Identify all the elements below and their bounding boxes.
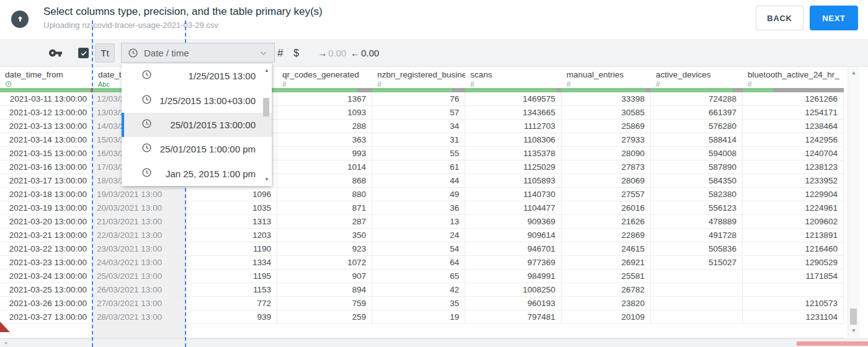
table-cell: 1213891 (743, 229, 844, 242)
table-cell: 19/03/2021 13:00 (93, 188, 186, 201)
table-cell: 1238123 (743, 160, 844, 174)
scroll-down-icon[interactable]: ▼ (848, 328, 859, 333)
quality-bar-segment (773, 88, 844, 92)
table-cell: 19 (372, 310, 465, 324)
table-cell: 2021-03-21 13:00:00 (0, 229, 93, 242)
table-cell: 1035 (186, 201, 277, 215)
dropdown-scroll-up-icon[interactable]: ▲ (264, 68, 269, 73)
table-cell: 1190 (186, 242, 277, 256)
table-cell: 2021-03-19 13:00:00 (0, 201, 93, 215)
dropdown-scrollbar-thumb[interactable] (263, 98, 269, 116)
table-cell: 1108306 (465, 133, 562, 147)
table-cell: 28090 (562, 147, 651, 160)
table-cell: 1135378 (465, 147, 562, 160)
table-cell: 20/03/2021 13:00 (93, 201, 186, 215)
table-cell: 23820 (562, 297, 651, 310)
table-cell: 1313 (186, 215, 277, 229)
column-date_time_from: date_time_from2021-03-11 13:00:002021-03… (0, 67, 93, 338)
column-header[interactable]: date_time_from (0, 67, 93, 88)
increase-decimal-button[interactable]: → 0.00 (318, 39, 346, 67)
primary-key-icon[interactable] (48, 46, 63, 63)
table-cell: 1112703 (465, 120, 562, 133)
horizontal-scrollbar[interactable]: ◄ ► (0, 338, 868, 347)
table-cell: 1096 (186, 188, 277, 201)
column-include-checkbox[interactable] (78, 48, 89, 58)
column-name: active_devices (656, 70, 743, 79)
table-cell: 2021-03-26 13:00:00 (0, 297, 93, 310)
table-cell: 26016 (562, 201, 651, 215)
type-dropdown[interactable]: Date / time (121, 43, 275, 63)
table-cell: 1014 (277, 160, 372, 174)
column-header[interactable]: scans# (465, 67, 562, 88)
table-cell: 1290529 (743, 256, 844, 270)
vertical-scrollbar[interactable]: ▲ ▼ (848, 67, 859, 338)
table-cell: 1093 (277, 106, 372, 120)
table-cell: 556123 (651, 201, 743, 215)
column-name: date_time_from (5, 70, 93, 79)
table-cell: 42 (372, 283, 465, 297)
column-scans: scans#1469575134366511127031108306113537… (465, 67, 562, 338)
currency-type-button[interactable]: $ (293, 39, 299, 67)
table-cell: 55 (372, 147, 465, 160)
table-cell: 2021-03-25 13:00:00 (0, 283, 93, 297)
table-cell: 287 (277, 215, 372, 229)
date-format-option[interactable]: 25/01/2015 1:00:00 pm (122, 137, 272, 161)
table-cell: 25869 (562, 120, 651, 133)
text-type-button[interactable]: Tt (95, 43, 115, 63)
table-cell: 946701 (465, 242, 562, 256)
table-cell: 1231104 (743, 310, 844, 324)
date-format-option[interactable]: 1/25/2015 13:00 (122, 64, 272, 88)
next-button[interactable]: NEXT (810, 6, 858, 30)
column-header[interactable]: bluetooth_active_24_hr_# (743, 67, 844, 88)
table-cell: 2021-03-15 13:00:00 (0, 147, 93, 160)
table-cell: 1242956 (743, 133, 844, 147)
clock-icon (141, 167, 152, 180)
table-cell: 993 (277, 147, 372, 160)
table-cell: 27933 (562, 133, 651, 147)
number-type-button[interactable]: # (277, 39, 283, 67)
column-quality-bar (651, 88, 743, 92)
table-cell: 939 (186, 310, 277, 324)
table-cell: 44 (372, 174, 465, 188)
scroll-up-icon[interactable]: ▲ (848, 70, 859, 76)
date-format-option[interactable]: 1/25/2015 13:00+03:00 (122, 88, 272, 112)
table-cell: 923 (277, 242, 372, 256)
table-cell: 759 (277, 297, 372, 310)
column-header[interactable]: nzbn_registered_busine# (372, 67, 465, 88)
dropdown-scroll-down-icon[interactable]: ▼ (264, 177, 269, 182)
table-cell: 1210573 (743, 297, 844, 310)
table-cell: 1334 (186, 256, 277, 270)
table-cell: 23/03/2021 13:00 (93, 242, 186, 256)
table-cell: 1367 (277, 92, 372, 106)
table-cell: 64 (372, 256, 465, 270)
column-header[interactable]: qr_codes_generated# (277, 67, 372, 88)
table-cell: 1343665 (465, 106, 562, 120)
horizontal-scrollbar-thumb[interactable] (797, 341, 868, 346)
column-header[interactable]: active_devices# (651, 67, 743, 88)
column-name: nzbn_registered_busine (377, 70, 465, 79)
decrease-decimal-button[interactable]: ← 0.00 (351, 39, 379, 67)
table-cell: 661397 (651, 106, 743, 120)
table-cell: 1469575 (465, 92, 562, 106)
table-cell: 49 (372, 188, 465, 201)
table-cell: 1072 (277, 256, 372, 270)
quality-bar-segment (372, 88, 452, 92)
table-cell: 363 (277, 133, 372, 147)
quality-bar-segment (277, 88, 357, 92)
back-button[interactable]: BACK (756, 6, 803, 30)
date-format-option[interactable]: Jan 25, 2015 1:00 pm (122, 162, 272, 186)
table-cell (651, 283, 743, 297)
date-format-option[interactable]: 25/01/2015 13:00:00 (122, 113, 272, 137)
clock-icon (141, 94, 152, 107)
table-cell: 35 (372, 297, 465, 310)
table-cell: 61 (372, 160, 465, 174)
column-nzbn_registered_busine: nzbn_registered_busine#76573431556144493… (372, 67, 465, 338)
column-quality-bar (562, 88, 651, 92)
table-cell: 2021-03-16 13:00:00 (0, 160, 93, 174)
column-header[interactable]: manual_entries# (562, 67, 651, 88)
vertical-scrollbar-thumb[interactable] (850, 309, 857, 325)
table-cell: 1238464 (743, 120, 844, 133)
date-format-label: 25/01/2015 1:00:00 pm (159, 144, 256, 154)
table-cell: 909614 (465, 229, 562, 242)
scroll-left-icon[interactable]: ◄ (3, 340, 8, 346)
